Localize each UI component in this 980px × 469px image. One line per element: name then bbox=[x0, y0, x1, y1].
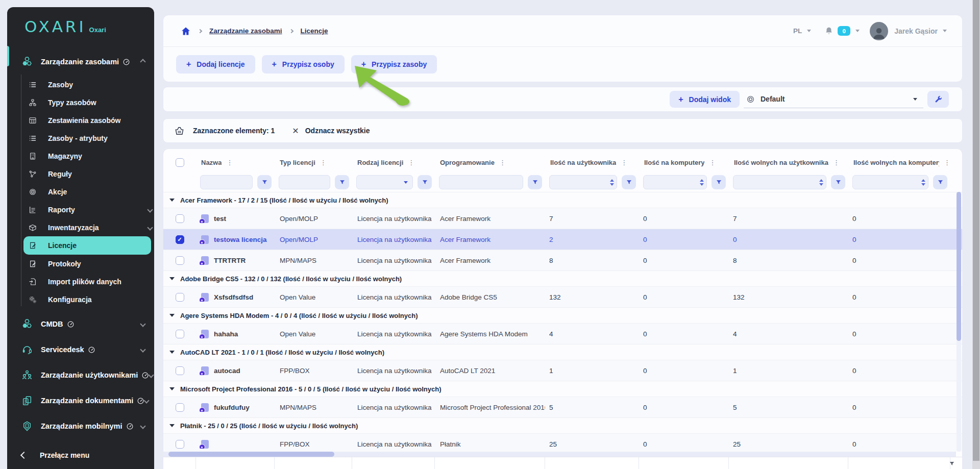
number-stepper[interactable] bbox=[819, 179, 823, 186]
filter-button-ilosc-na-uzytkownika[interactable] bbox=[622, 175, 636, 189]
filter-button-oprogramowanie[interactable] bbox=[528, 175, 542, 189]
avatar[interactable] bbox=[870, 22, 888, 40]
table-row[interactable]: hahahaOpen ValueLicencja na użytkownikaA… bbox=[163, 323, 962, 344]
group-row[interactable]: Acer Framework - 17 / 2 / 15 (Ilość / Il… bbox=[163, 192, 962, 208]
table-row[interactable]: autocadFPP/BOXLicencja na użytkownikaAut… bbox=[163, 360, 962, 381]
row-checkbox[interactable] bbox=[176, 293, 184, 302]
row-checkbox[interactable] bbox=[176, 440, 184, 449]
home-icon[interactable] bbox=[181, 26, 191, 36]
sidebar-item-zarzadzanie-zasobami[interactable]: Zarządzanie zasobami bbox=[7, 49, 154, 75]
basket-icon[interactable] bbox=[175, 126, 184, 136]
table-horizontal-scrollbar-thumb[interactable] bbox=[168, 452, 334, 457]
sidebar-item-zarzadzanie-mobilnymi[interactable]: Zarządzanie mobilnymi bbox=[7, 413, 154, 439]
sidebar-item-protokoly[interactable]: Protokoły bbox=[7, 255, 154, 273]
sidebar-item-zarzadzanie-dokumentami[interactable]: Zarządzanie dokumentami bbox=[7, 388, 154, 413]
sidebar-item-zasoby-atrybuty[interactable]: Zasoby - atrybuty bbox=[7, 129, 154, 147]
row-checkbox[interactable] bbox=[176, 214, 184, 223]
deselect-all-button[interactable]: ✕ Odznacz wszystkie bbox=[292, 126, 370, 136]
sidebar-item-servicedesk[interactable]: Servicedesk bbox=[7, 337, 154, 362]
filter-button-ilosc-wolnych-na-uzytkownika[interactable] bbox=[831, 175, 845, 189]
sidebar-item-konfiguracja[interactable]: Konfiguracja bbox=[7, 290, 154, 308]
sidebar-item-akcje[interactable]: Akcje bbox=[7, 183, 154, 201]
stepper-up-icon[interactable] bbox=[610, 179, 614, 182]
table-row[interactable]: ✓testowa licencjaOpen/MOLPLicencja na uż… bbox=[163, 229, 962, 250]
column-menu-icon[interactable]: ⋮ bbox=[320, 159, 327, 166]
group-row[interactable]: Agere Systems HDA Modem - 4 / 0 / 4 (Ilo… bbox=[163, 307, 962, 323]
stepper-up-icon[interactable] bbox=[819, 179, 823, 182]
chevron-down-icon[interactable] bbox=[855, 30, 860, 32]
filter-input-ilosc-wolnych-na-komputery[interactable] bbox=[852, 175, 928, 189]
notification-badge[interactable]: 0 bbox=[838, 26, 850, 36]
column-menu-icon[interactable]: ⋮ bbox=[944, 159, 950, 166]
row-checkbox[interactable] bbox=[176, 403, 184, 412]
view-settings-button[interactable] bbox=[927, 91, 949, 108]
table-row[interactable]: testOpen/MOLPLicencja na użytkownikaAcer… bbox=[163, 208, 962, 229]
filter-button-nazwa[interactable] bbox=[257, 175, 272, 189]
column-menu-icon[interactable]: ⋮ bbox=[499, 159, 506, 166]
filter-input-nazwa[interactable] bbox=[200, 175, 253, 189]
column-menu-icon[interactable]: ⋮ bbox=[226, 159, 233, 166]
stepper-down-icon[interactable] bbox=[610, 183, 614, 186]
group-row[interactable]: Adobe Bridge CS5 - 132 / 0 / 132 (Ilość … bbox=[163, 270, 962, 286]
group-row[interactable]: Płatnik - 25 / 0 / 25 (Ilość / Ilość w u… bbox=[163, 417, 962, 433]
chevron-down-icon[interactable] bbox=[807, 30, 811, 32]
page-scrollbar-thumb[interactable] bbox=[973, 0, 979, 461]
sidebar-item-cmdb[interactable]: CMDB bbox=[7, 311, 154, 337]
sidebar-item-zasoby[interactable]: Zasoby bbox=[7, 76, 154, 93]
breadcrumb-link-licencje[interactable]: Licencje bbox=[301, 27, 328, 35]
add-license-button[interactable]: +Dodaj licencje bbox=[176, 55, 255, 73]
toggle-menu-button[interactable]: Przełącz menu bbox=[7, 445, 154, 466]
assign-people-button[interactable]: +Przypisz osoby bbox=[262, 55, 345, 73]
table-row[interactable]: XsfsdfsdfsdOpen ValueLicencja na użytkow… bbox=[163, 286, 962, 307]
brand-logo[interactable]: OXARI Oxari bbox=[7, 7, 154, 43]
column-menu-icon[interactable]: ⋮ bbox=[621, 159, 627, 166]
number-stepper[interactable] bbox=[700, 179, 704, 186]
filter-input-ilosc-na-komputery[interactable] bbox=[643, 175, 707, 189]
select-all-checkbox[interactable] bbox=[176, 158, 184, 167]
column-menu-icon[interactable]: ⋮ bbox=[833, 159, 840, 166]
user-name[interactable]: Jarek Gąsior bbox=[894, 27, 938, 35]
row-checkbox[interactable] bbox=[176, 366, 184, 375]
bell-icon[interactable] bbox=[824, 26, 834, 36]
view-select[interactable]: Default bbox=[744, 91, 923, 108]
sidebar-item-raporty[interactable]: Raporty bbox=[7, 201, 154, 218]
breadcrumb-link-zarzadzanie-zasobami[interactable]: Zarządzanie zasobami bbox=[209, 27, 282, 35]
filter-button-ilosc-wolnych-na-komputery[interactable] bbox=[933, 175, 947, 189]
number-stepper[interactable] bbox=[610, 179, 614, 186]
stepper-up-icon[interactable] bbox=[700, 179, 704, 182]
stepper-down-icon[interactable] bbox=[700, 183, 704, 186]
group-row[interactable]: Microsoft Project Professional 2016 - 5 … bbox=[163, 381, 962, 397]
sidebar-item-zarzadzanie-uzytkownikami[interactable]: Zarządzanie użytkownikami bbox=[7, 362, 154, 388]
table-row[interactable]: TTRTRTRMPN/MAPSLicencja na użytkownikaAc… bbox=[163, 250, 962, 270]
locale-selector[interactable]: PL bbox=[793, 27, 802, 35]
row-checkbox[interactable] bbox=[176, 330, 184, 338]
filter-input-oprogramowanie[interactable] bbox=[439, 175, 523, 189]
sidebar-item-typy-zasobow[interactable]: Typy zasobów bbox=[7, 93, 154, 111]
sidebar-item-zestawienia-zasobow[interactable]: Zestawienia zasobów bbox=[7, 111, 154, 129]
add-view-button[interactable]: + Dodaj widok bbox=[670, 91, 740, 108]
chevron-down-icon[interactable] bbox=[404, 181, 408, 184]
funnel-icon[interactable] bbox=[949, 461, 955, 467]
stepper-up-icon[interactable] bbox=[921, 179, 925, 182]
stepper-down-icon[interactable] bbox=[819, 183, 823, 186]
stepper-down-icon[interactable] bbox=[921, 183, 925, 186]
sidebar-item-inwentaryzacja[interactable]: Inwentaryzacja bbox=[7, 218, 154, 236]
number-stepper[interactable] bbox=[921, 179, 925, 186]
sidebar-item-reguly[interactable]: Reguły bbox=[7, 165, 154, 183]
sidebar-item-import-plikow-danych[interactable]: Import plików danych bbox=[7, 273, 154, 290]
filter-input-rodzaj-licencji[interactable] bbox=[356, 175, 413, 189]
sidebar-item-licencje[interactable]: Licencje bbox=[23, 236, 151, 255]
table-vertical-scrollbar-thumb[interactable] bbox=[957, 192, 961, 341]
filter-input-typ-licencji[interactable] bbox=[279, 175, 330, 189]
group-row[interactable]: AutoCAD LT 2021 - 1 / 0 / 1 (Ilość / Ilo… bbox=[163, 344, 962, 360]
filter-button-rodzaj-licencji[interactable] bbox=[418, 175, 432, 189]
chevron-down-icon[interactable] bbox=[943, 30, 947, 32]
column-menu-icon[interactable]: ⋮ bbox=[709, 159, 716, 166]
filter-button-ilosc-na-komputery[interactable] bbox=[712, 175, 726, 189]
assign-assets-button[interactable]: +Przypisz zasoby bbox=[351, 55, 437, 73]
filter-input-ilosc-wolnych-na-uzytkownika[interactable] bbox=[733, 175, 826, 189]
sidebar-item-magazyny[interactable]: Magazyny bbox=[7, 147, 154, 165]
table-row[interactable]: fukufdufuyMPN/MAPSLicencja na użytkownik… bbox=[163, 397, 962, 417]
column-menu-icon[interactable]: ⋮ bbox=[408, 159, 414, 166]
row-checkbox[interactable] bbox=[176, 256, 184, 265]
